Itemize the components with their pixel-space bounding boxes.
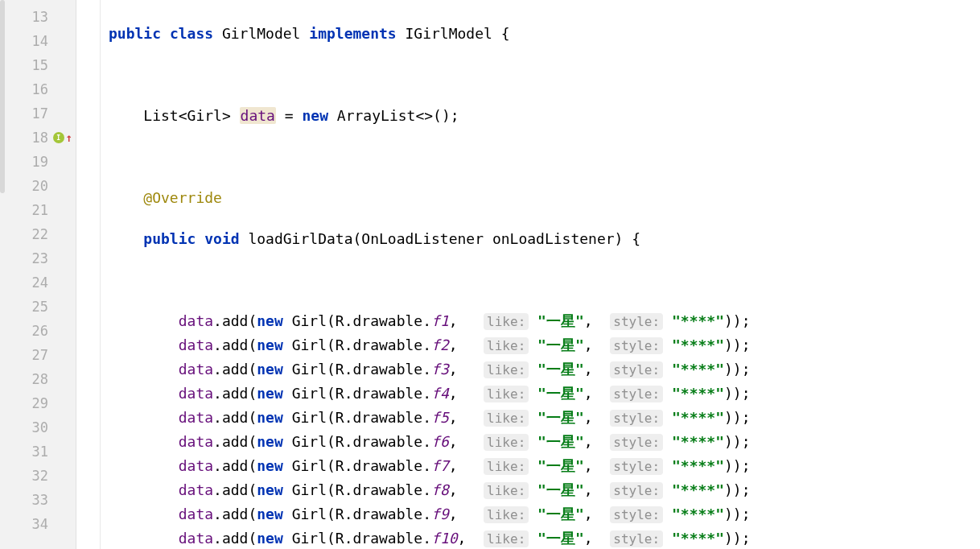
line-number[interactable]: 28 <box>0 367 76 391</box>
parameter-hint: like: <box>484 313 529 330</box>
line-number[interactable]: 34 <box>0 512 76 536</box>
parameter-hint: like: <box>484 434 529 451</box>
drawable-ref: f5 <box>431 409 449 426</box>
parameter-hint: style: <box>610 482 663 499</box>
code-line[interactable]: data.add(new Girl(R.drawable.f7, like: "… <box>109 454 980 478</box>
drawable-ref: f6 <box>431 433 449 450</box>
code-line[interactable]: data.add(new Girl(R.drawable.f5, like: "… <box>109 406 980 430</box>
parameter-hint: style: <box>610 530 663 547</box>
line-number[interactable]: 32 <box>0 464 76 488</box>
line-number[interactable]: 21 <box>0 198 76 222</box>
parameter-hint: style: <box>610 458 663 475</box>
code-line[interactable]: @Override <box>109 186 980 210</box>
parameter-hint: style: <box>610 410 663 427</box>
keyword-implements: implements <box>309 25 396 42</box>
parameter-hint: like: <box>484 386 529 402</box>
line-number[interactable]: 27 <box>0 343 76 367</box>
drawable-ref: f1 <box>431 312 449 329</box>
drawable-ref: f7 <box>431 457 449 474</box>
code-line[interactable]: data.add(new Girl(R.drawable.f8, like: "… <box>109 478 980 502</box>
class-name: GirlModel <box>222 25 301 42</box>
code-line[interactable]: public void loadGirlData(OnLoadListener … <box>109 227 980 251</box>
line-number[interactable]: 20 <box>0 174 76 198</box>
parameter-hint: like: <box>484 530 529 547</box>
parameter-hint: style: <box>610 506 663 523</box>
code-line[interactable]: public class GirlModel implements IGirlM… <box>109 22 980 46</box>
parameter-hint: style: <box>610 434 663 451</box>
fold-column[interactable] <box>76 0 101 549</box>
line-number[interactable]: 15 <box>0 53 76 77</box>
line-number[interactable]: 23 <box>0 246 76 270</box>
code-line[interactable]: data.add(new Girl(R.drawable.f9, like: "… <box>109 502 980 526</box>
code-line[interactable]: data.add(new Girl(R.drawable.f2, like: "… <box>109 333 980 357</box>
drawable-ref: f8 <box>431 481 449 498</box>
parameter-hint: like: <box>484 458 529 475</box>
parameter-hint: style: <box>610 337 663 354</box>
code-line[interactable] <box>109 268 980 292</box>
code-line[interactable]: List<Girl> data = new ArrayList<>(); <box>109 104 980 128</box>
interface-name: IGirlModel <box>406 25 492 42</box>
code-line[interactable]: data.add(new Girl(R.drawable.f4, like: "… <box>109 382 980 406</box>
code-line[interactable] <box>109 145 980 169</box>
line-number[interactable]: 33 <box>0 488 76 512</box>
implements-up-arrow-icon[interactable]: ↑ <box>66 131 72 144</box>
drawable-ref: f3 <box>431 361 449 378</box>
keyword-public: public <box>109 25 161 42</box>
line-number[interactable]: 18 I ↑ <box>0 126 76 150</box>
parameter-hint: style: <box>610 313 663 330</box>
override-marker-icon[interactable]: I <box>53 132 64 143</box>
code-line[interactable] <box>109 63 980 87</box>
parameter-hint: like: <box>484 361 529 378</box>
parameter-hint: like: <box>484 482 529 499</box>
code-editor[interactable]: public class GirlModel implements IGirlM… <box>101 0 980 549</box>
line-number[interactable]: 29 <box>0 391 76 415</box>
line-number[interactable]: 25 <box>0 295 76 319</box>
code-line[interactable]: data.add(new Girl(R.drawable.f6, like: "… <box>109 430 980 454</box>
keyword-class: class <box>170 25 213 42</box>
drawable-ref: f4 <box>431 385 449 402</box>
drawable-ref: f10 <box>431 530 458 547</box>
line-number[interactable]: 19 <box>0 150 76 174</box>
drawable-ref: f9 <box>431 506 449 522</box>
parameter-hint: like: <box>484 410 529 427</box>
parameter-hint: like: <box>484 337 529 354</box>
parameter-hint: style: <box>610 361 663 378</box>
annotation-override: @Override <box>143 189 222 206</box>
line-number[interactable]: 13 <box>0 5 76 29</box>
line-number[interactable]: 22 <box>0 222 76 246</box>
code-line[interactable]: data.add(new Girl(R.drawable.f10, like: … <box>109 526 980 549</box>
field-data: data <box>240 107 276 124</box>
parameter-hint: style: <box>610 386 663 402</box>
line-number[interactable]: 17 <box>0 101 76 126</box>
line-number[interactable]: 14 <box>0 29 76 53</box>
line-number[interactable]: 16 <box>0 77 76 101</box>
line-number-gutter: 13 14 15 16 17 18 I ↑ 19 20 21 22 23 24 … <box>0 0 76 549</box>
drawable-ref: f2 <box>431 336 449 353</box>
code-line[interactable]: data.add(new Girl(R.drawable.f3, like: "… <box>109 357 980 382</box>
parameter-hint: like: <box>484 506 529 523</box>
line-number[interactable]: 30 <box>0 415 76 440</box>
line-number[interactable]: 24 <box>0 270 76 295</box>
line-number[interactable]: 31 <box>0 440 76 464</box>
method-name: loadGirlData <box>248 230 352 247</box>
code-line[interactable]: data.add(new Girl(R.drawable.f1, like: "… <box>109 309 980 333</box>
line-number[interactable]: 26 <box>0 319 76 343</box>
